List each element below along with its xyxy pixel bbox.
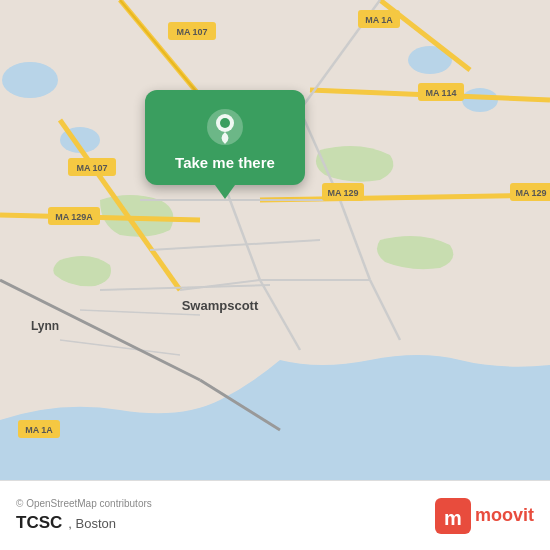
svg-text:MA 129: MA 129: [515, 188, 546, 198]
osm-attribution: © OpenStreetMap contributors: [16, 498, 152, 509]
popup-label: Take me there: [175, 154, 275, 171]
svg-text:MA 1A: MA 1A: [25, 425, 53, 435]
bottom-bar: © OpenStreetMap contributors TCSC , Bost…: [0, 480, 550, 550]
svg-point-1: [2, 62, 58, 98]
map-container: MA 107 MA 1A MA 114 MA 107 MA 129A MA 12…: [0, 0, 550, 480]
svg-text:MA 107: MA 107: [176, 27, 207, 37]
svg-text:MA 129: MA 129: [327, 188, 358, 198]
svg-text:MA 107: MA 107: [76, 163, 107, 173]
location-title: TCSC: [16, 513, 62, 533]
svg-text:Lynn: Lynn: [31, 319, 59, 333]
svg-text:MA 114: MA 114: [425, 88, 456, 98]
bottom-left-info: © OpenStreetMap contributors TCSC , Bost…: [16, 498, 152, 533]
location-pin-icon: [206, 108, 244, 146]
moovit-logo[interactable]: m moovit: [435, 498, 534, 534]
location-subtitle: , Boston: [68, 516, 116, 531]
moovit-text: moovit: [475, 505, 534, 526]
map-popup[interactable]: Take me there: [145, 90, 305, 185]
svg-text:m: m: [444, 507, 462, 529]
svg-text:Swampscott: Swampscott: [182, 298, 259, 313]
svg-point-50: [220, 118, 230, 128]
moovit-icon: m: [435, 498, 471, 534]
svg-text:MA 1A: MA 1A: [365, 15, 393, 25]
svg-text:MA 129A: MA 129A: [55, 212, 93, 222]
